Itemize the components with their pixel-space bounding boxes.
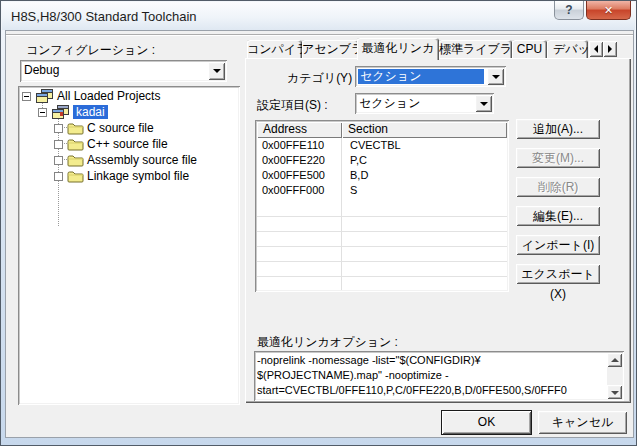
window-title: H8S,H8/300 Standard Toolchain	[11, 9, 197, 24]
chevron-down-icon[interactable]	[208, 62, 225, 80]
tab-debugger[interactable]: デバッガ	[547, 40, 588, 58]
tab-optimizing-linker[interactable]: 最適化リンカ	[357, 38, 439, 60]
folder-icon	[67, 138, 84, 151]
tree-item-linkage-symbol-file[interactable]: Linkage symbol file	[54, 168, 189, 184]
import-button[interactable]: インポート(I)	[516, 235, 600, 255]
section-table: Address Section 0x00FFE110 CVECTBL 0x00F…	[255, 120, 509, 292]
empty-row	[257, 202, 507, 217]
expand-icon[interactable]	[54, 140, 63, 149]
scroll-up-button[interactable]	[607, 353, 622, 367]
empty-row	[257, 217, 507, 232]
project-icon	[51, 105, 70, 119]
ok-button[interactable]: OK	[442, 411, 531, 434]
folder-icon	[67, 170, 84, 183]
linker-options-text: -noprelink -nomessage -list="$(CONFIGDIR…	[257, 353, 606, 399]
empty-row	[257, 232, 507, 247]
options-scrollbar[interactable]	[607, 353, 622, 399]
cell-section: S	[342, 183, 357, 198]
column-header-section: Section	[342, 122, 507, 138]
dialog-client-area: コンフィグレーション : Debug	[5, 30, 634, 438]
export-button[interactable]: エクスポート(X)	[516, 264, 600, 284]
table-header-row: Address Section	[257, 122, 507, 138]
tree-item-label: C++ source file	[87, 137, 168, 151]
cell-address: 0x00FFE500	[257, 168, 342, 183]
tab-scroll-left-button[interactable]	[589, 41, 603, 57]
tab-scroll-right-button[interactable]	[603, 41, 617, 57]
configuration-combobox[interactable]: Debug	[20, 60, 227, 82]
edit-button[interactable]: 編集(E)...	[516, 206, 600, 226]
empty-row	[257, 262, 507, 277]
cell-address: 0x00FFE110	[257, 138, 342, 153]
cell-section: CVECTBL	[342, 138, 401, 153]
chevron-down-icon[interactable]	[487, 68, 504, 85]
tree-item-all-loaded-projects[interactable]: All Loaded Projects	[22, 88, 160, 104]
arrow-up-icon	[611, 358, 619, 362]
cell-section: P,C	[342, 153, 367, 168]
project-tree[interactable]: All Loaded Projects kadai	[18, 86, 240, 405]
tab-standard-library[interactable]: 標準ライブラリ	[439, 40, 512, 58]
category-label: カテゴリ(Y) :	[287, 70, 359, 87]
linker-options-label: 最適化リンカオプション :	[257, 334, 398, 351]
tree-item-c-source-file[interactable]: C source file	[54, 120, 154, 136]
tree-item-label: C source file	[87, 121, 154, 135]
tree-item-label: All Loaded Projects	[57, 89, 160, 103]
projects-icon	[35, 89, 54, 103]
folder-icon	[67, 122, 84, 135]
table-body: 0x00FFE110 CVECTBL 0x00FFE220 P,C 0x00FF…	[257, 138, 507, 290]
tree-item-cpp-source-file[interactable]: C++ source file	[54, 136, 168, 152]
tree-item-label-selected: kadai	[73, 105, 108, 119]
dialog-window: H8S,H8/300 Standard Toolchain ? ✕ コンフィグレ…	[0, 0, 637, 446]
arrow-left-icon	[594, 45, 598, 53]
empty-row	[257, 277, 507, 290]
divider	[6, 34, 633, 36]
tab-cpu[interactable]: CPU	[512, 40, 547, 58]
scroll-down-button[interactable]	[607, 385, 622, 399]
empty-row	[257, 247, 507, 262]
folder-icon	[67, 154, 84, 167]
collapse-icon[interactable]	[38, 108, 47, 117]
table-row[interactable]: 0x00FFF000 S	[257, 183, 507, 198]
cancel-button[interactable]: キャンセル	[538, 411, 627, 434]
tree-item-label: Linkage symbol file	[87, 169, 189, 183]
category-combobox[interactable]: セクション	[355, 66, 506, 87]
arrow-down-icon	[611, 391, 619, 395]
column-header-address: Address	[257, 122, 342, 138]
add-button[interactable]: 追加(A)...	[516, 119, 600, 139]
collapse-icon[interactable]	[22, 92, 31, 101]
table-row[interactable]: 0x00FFE500 B,D	[257, 168, 507, 183]
table-row[interactable]: 0x00FFE110 CVECTBL	[257, 138, 507, 153]
configuration-label: コンフィグレーション :	[26, 42, 155, 59]
category-value: セクション	[358, 69, 484, 84]
cell-address: 0x00FFF000	[257, 183, 342, 198]
help-button[interactable]: ?	[554, 1, 584, 20]
table-row[interactable]: 0x00FFE220 P,C	[257, 153, 507, 168]
expand-icon[interactable]	[54, 156, 63, 165]
expand-icon[interactable]	[54, 124, 63, 133]
setting-item-label: 設定項目(S) :	[257, 97, 328, 114]
cell-section: B,D	[342, 168, 368, 183]
chevron-down-icon[interactable]	[475, 95, 492, 112]
close-button[interactable]: ✕	[586, 1, 631, 20]
tab-assembler[interactable]: アセンブラ	[302, 40, 359, 58]
modify-button: 変更(M)...	[516, 148, 600, 168]
tree-item-label: Assembly source file	[87, 153, 197, 167]
expand-icon[interactable]	[54, 172, 63, 181]
setting-item-value: セクション	[359, 96, 472, 111]
configuration-value: Debug	[24, 63, 205, 79]
arrow-right-icon	[608, 45, 612, 53]
delete-button: 削除(R)	[516, 177, 600, 197]
tree-item-assembly-source-file[interactable]: Assembly source file	[54, 152, 197, 168]
tree-item-kadai[interactable]: kadai	[38, 104, 108, 120]
cell-address: 0x00FFE220	[257, 153, 342, 168]
linker-options-textbox[interactable]: -noprelink -nomessage -list="$(CONFIGDIR…	[254, 351, 624, 401]
setting-item-combobox[interactable]: セクション	[355, 93, 494, 114]
tab-compiler[interactable]: コンパイラ	[247, 40, 302, 58]
title-bar[interactable]: H8S,H8/300 Standard Toolchain	[2, 2, 635, 30]
